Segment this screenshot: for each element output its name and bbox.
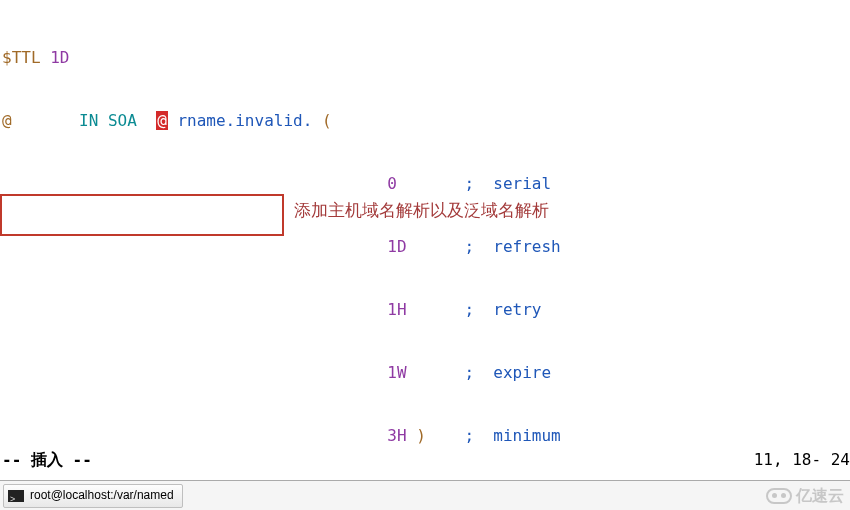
zone-line-expire: 1W ; expire bbox=[2, 362, 850, 383]
origin-at: @ bbox=[2, 111, 12, 130]
expire-comment: expire bbox=[493, 363, 551, 382]
zone-line-retry: 1H ; retry bbox=[2, 299, 850, 320]
refresh-comment: refresh bbox=[493, 237, 560, 256]
serial-value: 0 bbox=[387, 174, 397, 193]
zone-line-soa: @ IN SOA @ rname.invalid. ( bbox=[2, 110, 850, 131]
watermark: 亿速云 bbox=[766, 485, 844, 506]
watermark-text: 亿速云 bbox=[796, 485, 844, 506]
soa-type: SOA bbox=[108, 111, 137, 130]
zone-line-minimum: 3H ) ; minimum bbox=[2, 425, 850, 446]
retry-semi: ; bbox=[464, 300, 474, 319]
minimum-semi: ; bbox=[464, 426, 474, 445]
zone-line-refresh: 1D ; refresh bbox=[2, 236, 850, 257]
taskbar-item-terminal[interactable]: root@localhost:/var/named bbox=[3, 484, 183, 508]
zone-line-serial: 0 ; serial bbox=[2, 173, 850, 194]
ttl-value: 1D bbox=[50, 48, 69, 67]
vim-cursor-position: 11, 18- 24 bbox=[754, 449, 850, 470]
editor-area[interactable]: $TTL 1D @ IN SOA @ rname.invalid. ( 0 ; … bbox=[2, 5, 850, 510]
soa-origin-at: @ bbox=[156, 111, 168, 130]
minimum-comment: minimum bbox=[493, 426, 560, 445]
refresh-semi: ; bbox=[464, 237, 474, 256]
soa-in: IN bbox=[79, 111, 98, 130]
terminal-icon bbox=[8, 490, 24, 502]
taskbar[interactable]: root@localhost:/var/named 亿速云 bbox=[0, 480, 850, 510]
taskbar-item-label: root@localhost:/var/named bbox=[30, 485, 174, 506]
refresh-value: 1D bbox=[387, 237, 406, 256]
soa-close-paren: ) bbox=[416, 426, 426, 445]
soa-rname: rname.invalid. bbox=[177, 111, 312, 130]
annotation-text: 添加主机域名解析以及泛域名解析 bbox=[294, 200, 549, 221]
expire-semi: ; bbox=[464, 363, 474, 382]
zone-line-ttl: $TTL 1D bbox=[2, 47, 850, 68]
retry-value: 1H bbox=[387, 300, 406, 319]
watermark-icon bbox=[766, 488, 792, 504]
soa-open-paren: ( bbox=[322, 111, 332, 130]
ttl-keyword: $TTL bbox=[2, 48, 41, 67]
vim-mode-indicator: -- 插入 -- bbox=[2, 449, 92, 470]
serial-comment: serial bbox=[493, 174, 551, 193]
expire-value: 1W bbox=[387, 363, 406, 382]
minimum-value: 3H bbox=[387, 426, 406, 445]
serial-semi: ; bbox=[464, 174, 474, 193]
retry-comment: retry bbox=[493, 300, 541, 319]
